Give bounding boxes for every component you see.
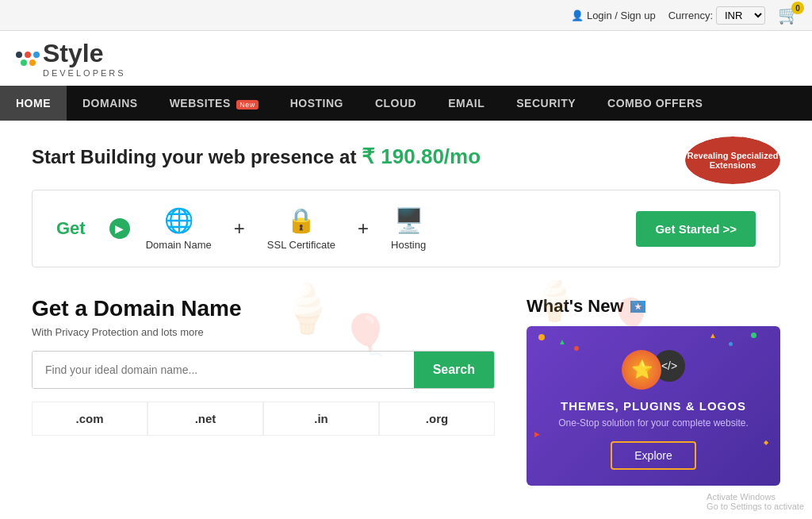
hero-title: Start Building your web presence at ₹ 19… [32,144,780,169]
nav-websites[interactable]: WEBSITES New [154,86,274,121]
plus-icon-2: + [358,217,369,240]
dot-blue1 [33,52,40,58]
confetti-tri-4: ◆ [764,439,768,446]
get-started-button[interactable]: Get Started >> [636,211,756,247]
promo-line2: Extensions [688,160,779,170]
nav-combo[interactable]: COMBO OFFERS [592,86,718,121]
main-nav: HOME DOMAINS WEBSITES New HOSTING CLOUD … [0,86,812,121]
hero-title-prefix: Start Building your web presence at [32,146,362,167]
tld-net[interactable]: .net [147,402,263,436]
domain-section: Get a Domain Name With Privacy Protectio… [32,296,495,486]
cart-badge: 0 [791,2,804,14]
user-icon: 👤 [571,10,584,21]
nav-domains[interactable]: DOMAINS [67,86,154,121]
explore-button[interactable]: Explore [611,441,695,470]
card-sub: One-Stop solution for your complete webs… [542,417,764,429]
nav-websites-badge: New [236,100,259,110]
card-icon-area: ⭐ </> [542,350,764,390]
windows-activate: Activate Windows Go to Settings to activ… [707,492,804,502]
get-item-ssl: 🔒 SSL Certificate [267,206,335,251]
nav-cloud[interactable]: CLOUD [359,86,432,121]
login-label[interactable]: Login / Sign up [587,10,656,21]
whatsnew-card: ▲ ▲ ▶ ◆ ⭐ </> THEMES, PLUGINS & LOGOS On… [527,326,780,486]
hero-price: ₹ 190.80/mo [362,144,481,168]
tld-org[interactable]: .org [379,402,495,436]
confetti-tri-1: ▲ [558,337,566,346]
confetti-dot-1 [538,334,545,340]
lower-section: 🍦 🎈 🍦 🎈 Get a Domain Name With Privacy P… [0,280,812,502]
currency-label: Currency: [668,10,713,21]
nav-hosting[interactable]: HOSTING [274,86,359,121]
tld-com[interactable]: .com [32,402,147,436]
deco-icon-1: 🍦 [278,280,337,336]
domain-search-box: Search [32,351,495,389]
get-item-domain-label: Domain Name [146,239,212,251]
login-signup[interactable]: 👤 Login / Sign up [571,10,656,21]
confetti-tri-3: ▶ [534,430,540,438]
logo-sub: DEVELOPERS [43,68,126,78]
promo-line1: Revealing Specialized [688,151,779,160]
logo-dots [16,52,40,66]
get-item-domain: 🌐 Domain Name [146,206,212,251]
get-started-box: Get ▶ 🌐 Domain Name + 🔒 SSL Certificate … [32,190,780,267]
tld-in[interactable]: .in [263,402,379,436]
get-label: Get [56,218,86,239]
domain-sub: With Privacy Protection and lots more [32,326,495,338]
nav-email[interactable]: EMAIL [432,86,500,121]
currency-select[interactable]: INR USD EUR [716,6,765,25]
logo-brand: Style [43,39,126,68]
dot-orange1 [29,60,36,66]
logo[interactable]: Style DEVELOPERS [16,39,126,78]
star-circle: ⭐ [622,350,661,390]
activate-label: Activate Windows [707,492,804,502]
dot-green1 [21,60,27,66]
card-title: THEMES, PLUGINS & LOGOS [542,399,764,413]
get-item-hosting: 🖥️ Hosting [391,206,426,251]
whatsnew-section: What's New ★ ▲ ▲ ▶ ◆ ⭐ </> THEMES, PLUGI… [527,296,780,486]
logo-text-block: Style DEVELOPERS [43,39,126,78]
get-arrow-icon: ▶ [109,218,130,239]
deco-icon-3: 🍦 [527,280,582,324]
hosting-icon: 🖥️ [394,206,423,234]
cart-button[interactable]: 🛒 0 [778,5,799,25]
deco-icon-2: 🎈 [341,312,390,358]
ssl-icon: 🔒 [286,206,316,234]
top-bar: 👤 Login / Sign up Currency: INR USD EUR … [0,0,812,31]
domain-heading: Get a Domain Name [32,296,495,321]
domain-search-button[interactable]: Search [414,352,494,388]
confetti-dot-4 [729,342,733,346]
confetti-tri-2: ▲ [709,331,717,340]
nav-home[interactable]: HOME [0,86,67,121]
currency-area: Currency: INR USD EUR [668,6,765,25]
dot-red1 [25,52,31,58]
hero-section: Start Building your web presence at ₹ 19… [0,121,812,177]
get-item-ssl-label: SSL Certificate [267,239,335,251]
promo-badge[interactable]: Revealing Specialized Extensions [685,136,780,184]
nav-security[interactable]: SECURITY [500,86,592,121]
get-item-hosting-label: Hosting [391,239,426,251]
logo-area: Style DEVELOPERS [0,31,812,86]
confetti-dot-3 [751,333,756,338]
tld-list: .com .net .in .org [32,402,495,436]
domain-icon: 🌐 [164,206,193,234]
plus-icon-1: + [234,217,245,240]
dot-darkblue1 [16,52,22,58]
